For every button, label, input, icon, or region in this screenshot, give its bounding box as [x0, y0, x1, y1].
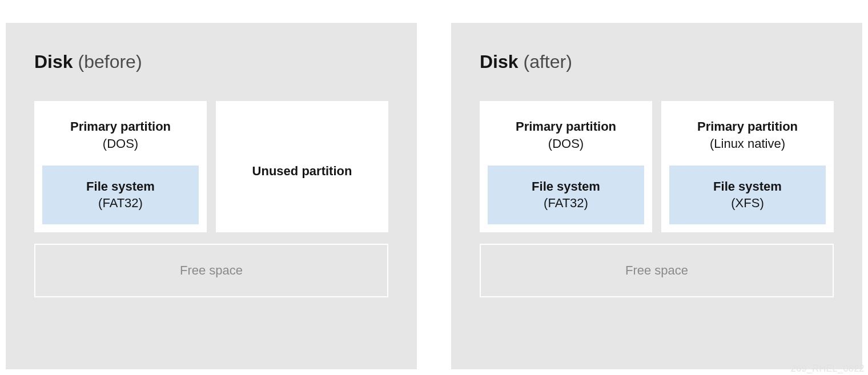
disk-after-title-bold: Disk [480, 51, 519, 72]
after-partition-1-fs: File system (XFS) [669, 166, 826, 224]
before-partition-1-unused: Unused partition [252, 164, 352, 179]
disk-after-title-light: (after) [519, 51, 572, 72]
after-partition-0-label: Primary partition (DOS) [516, 118, 616, 152]
before-partition-0-fs: File system (FAT32) [42, 166, 199, 224]
before-partition-0-label: Primary partition (DOS) [70, 118, 171, 152]
before-freespace: Free space [34, 244, 388, 297]
before-partition-1: Unused partition [216, 101, 388, 232]
disk-before-panel: Disk (before) Primary partition (DOS) Fi… [6, 23, 417, 369]
after-partition-1-label: Primary partition (Linux native) [697, 118, 798, 152]
after-partition-1: Primary partition (Linux native) File sy… [661, 101, 834, 232]
disk-after-title: Disk (after) [480, 51, 834, 72]
before-partitions-row: Primary partition (DOS) File system (FAT… [34, 101, 388, 232]
disk-before-title-bold: Disk [34, 51, 73, 72]
after-partition-0-fs: File system (FAT32) [488, 166, 644, 224]
watermark: 269_RHEL_0822 [791, 364, 865, 374]
before-partition-0: Primary partition (DOS) File system (FAT… [34, 101, 207, 232]
disk-after-panel: Disk (after) Primary partition (DOS) Fil… [451, 23, 862, 369]
after-partition-0: Primary partition (DOS) File system (FAT… [480, 101, 652, 232]
after-freespace: Free space [480, 244, 834, 297]
disk-before-title-light: (before) [73, 51, 142, 72]
after-partitions-row: Primary partition (DOS) File system (FAT… [480, 101, 834, 232]
disk-before-title: Disk (before) [34, 51, 388, 72]
